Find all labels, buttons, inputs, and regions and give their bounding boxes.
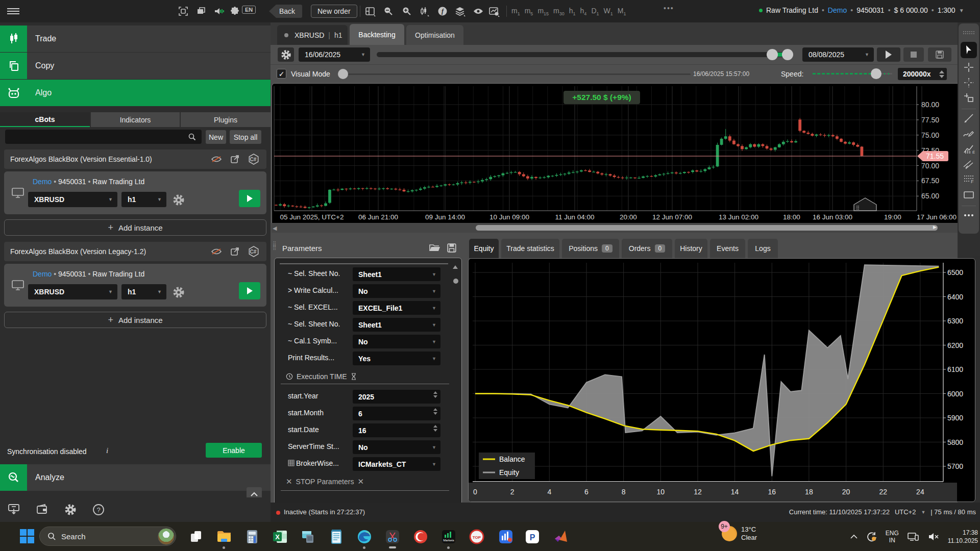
param-stepper[interactable]: 16 bbox=[353, 423, 440, 437]
tab-history[interactable]: History bbox=[675, 239, 707, 258]
start-cbot-button[interactable] bbox=[239, 282, 260, 299]
tab-optimisation[interactable]: Optimisation bbox=[406, 25, 463, 45]
timeframe-M1[interactable]: M1 bbox=[618, 7, 626, 16]
timeframe-h1[interactable]: h1 bbox=[569, 7, 576, 16]
tray-expand-icon[interactable] bbox=[850, 534, 858, 539]
tab-backtesting[interactable]: Backtesting bbox=[350, 24, 404, 45]
param-select[interactable]: No▼ bbox=[353, 440, 440, 454]
indicator-tool-icon[interactable]: É bbox=[962, 143, 976, 155]
cbot-search-input[interactable] bbox=[5, 130, 202, 144]
start-cbot-button[interactable] bbox=[239, 190, 260, 207]
date-to-select[interactable]: 08/08/2025▼ bbox=[802, 47, 874, 62]
chart-scrollbar[interactable]: ◀ ▶ bbox=[272, 223, 958, 233]
tab-positions[interactable]: Positions0 bbox=[562, 239, 619, 258]
timeframe-h4[interactable]: h4 bbox=[580, 7, 587, 16]
param-select[interactable]: Sheet1▼ bbox=[353, 267, 440, 281]
deposit-icon[interactable] bbox=[7, 503, 20, 516]
visual-progress-handle[interactable] bbox=[338, 69, 348, 79]
param-stepper[interactable]: 2025 bbox=[353, 390, 440, 404]
backtest-range-slider[interactable] bbox=[377, 52, 790, 57]
sidebar-item-algo[interactable]: Algo bbox=[0, 80, 271, 106]
symbol-select[interactable]: XBRUSD▼ bbox=[28, 192, 117, 207]
volume-muted-icon[interactable] bbox=[927, 531, 940, 542]
play-backtest-button[interactable] bbox=[877, 47, 900, 62]
crosshair-dash-tool-icon[interactable] bbox=[962, 77, 976, 89]
copy-app-icon[interactable] bbox=[188, 529, 204, 545]
timeframe-W1[interactable]: W1 bbox=[604, 7, 613, 16]
start-button[interactable] bbox=[19, 529, 35, 544]
timeframe-D1[interactable]: D1 bbox=[591, 7, 599, 16]
visual-progress-slider[interactable] bbox=[342, 73, 691, 75]
cbot-header[interactable]: ForexAlgos BlackBox (Version Legacy-1.2)… bbox=[4, 242, 266, 261]
sound-icon[interactable] bbox=[213, 6, 226, 17]
more-timeframes-icon[interactable]: ••• bbox=[664, 4, 674, 12]
matlab-icon[interactable] bbox=[553, 529, 569, 545]
timeframe-select[interactable]: h1▼ bbox=[121, 192, 166, 207]
new-order-button[interactable]: New order bbox=[311, 5, 357, 18]
crosshair-tool-icon[interactable] bbox=[962, 61, 976, 73]
visibility-icon[interactable] bbox=[473, 6, 485, 17]
notepad-icon[interactable] bbox=[328, 529, 345, 545]
fullscreen-icon[interactable] bbox=[178, 6, 189, 17]
tab-chart-xbrusd[interactable]: XBRUSD|h1 bbox=[277, 25, 348, 45]
calculator-icon[interactable] bbox=[244, 529, 260, 545]
file-explorer-icon[interactable] bbox=[216, 529, 232, 545]
timeframe-select[interactable]: h1▼ bbox=[121, 284, 166, 299]
chart-settings-icon[interactable] bbox=[488, 6, 501, 17]
icmarkets-icon[interactable]: Markets bbox=[440, 529, 457, 545]
timeframe-m5[interactable]: m5 bbox=[525, 7, 533, 16]
topfx-icon[interactable]: TOP bbox=[469, 529, 485, 545]
save-backtest-button[interactable] bbox=[928, 47, 951, 62]
speed-stepper[interactable] bbox=[937, 68, 946, 80]
add-instance-button[interactable]: +Add instance bbox=[4, 219, 266, 236]
panel-grip[interactable]: ⣿⣿ bbox=[273, 242, 277, 249]
functions-icon[interactable]: f bbox=[437, 6, 448, 17]
remote-app-icon[interactable] bbox=[300, 529, 316, 545]
cursor-tool-icon[interactable] bbox=[961, 42, 977, 58]
new-cbot-button[interactable]: New bbox=[206, 130, 226, 144]
sidebar-item-analyze[interactable]: Analyze bbox=[0, 464, 271, 491]
plugins-icon[interactable] bbox=[230, 6, 240, 16]
equity-chart[interactable]: 6500640063006200610060005900580057000246… bbox=[468, 258, 975, 502]
network-tray-icon[interactable] bbox=[907, 531, 919, 542]
param-select[interactable]: Yes▼ bbox=[353, 352, 440, 365]
share-icon[interactable] bbox=[230, 154, 241, 164]
tray-clock[interactable]: 17:3811.10.2025 bbox=[948, 529, 978, 545]
tab-orders[interactable]: Orders0 bbox=[622, 239, 672, 258]
settings-icon[interactable] bbox=[64, 504, 77, 516]
date-from-select[interactable]: 16/06/2025▼ bbox=[299, 47, 370, 62]
tab-cbots[interactable]: cBots bbox=[0, 112, 90, 127]
param-select[interactable]: EXCEL_File1▼ bbox=[353, 301, 440, 315]
save-parameters-icon[interactable] bbox=[447, 243, 457, 253]
ctrader-icon[interactable] bbox=[412, 529, 429, 545]
layers-icon[interactable] bbox=[454, 6, 467, 17]
tab-plugins[interactable]: Plugins bbox=[181, 112, 271, 127]
trendline-tool-icon[interactable] bbox=[962, 112, 976, 124]
paypal-icon[interactable]: P bbox=[524, 529, 541, 545]
sync-tray-icon[interactable] bbox=[866, 531, 877, 542]
back-button[interactable]: Back bbox=[269, 5, 302, 18]
sidebar-item-copy[interactable]: Copy bbox=[0, 53, 271, 79]
trading-app-icon[interactable] bbox=[498, 529, 514, 545]
sidebar-item-trade[interactable]: Trade bbox=[0, 26, 271, 52]
multi-trend-tool-icon[interactable] bbox=[962, 158, 976, 170]
tab-indicators[interactable]: Indicators bbox=[91, 112, 180, 127]
share-icon[interactable] bbox=[230, 246, 241, 257]
freehand-tool-icon[interactable] bbox=[962, 128, 976, 140]
chart-layout-icon[interactable] bbox=[364, 6, 377, 17]
grip-icon[interactable] bbox=[962, 27, 976, 39]
parameters-scrollbar[interactable] bbox=[453, 265, 459, 515]
chart-type-icon[interactable] bbox=[419, 6, 431, 17]
gear-icon[interactable] bbox=[173, 286, 185, 298]
stop-backtest-button[interactable] bbox=[903, 47, 924, 62]
param-stepper[interactable]: 6 bbox=[353, 407, 440, 420]
info-icon[interactable]: i bbox=[106, 446, 108, 455]
tab-trade-statistics[interactable]: Trade statistics bbox=[501, 239, 559, 258]
hide-icon[interactable] bbox=[210, 154, 223, 164]
candlestick-chart[interactable]: 80.0077.5075.0072.5070.0067.5065.0071.55… bbox=[272, 83, 958, 223]
rectangle-tool-icon[interactable] bbox=[962, 189, 976, 201]
chart-scroll-thumb[interactable]: ▶ bbox=[476, 225, 938, 231]
language-indicator[interactable]: ENGIN bbox=[886, 530, 899, 544]
timezone[interactable]: UTC+2 bbox=[895, 508, 916, 516]
scroll-left-icon[interactable]: ◀ bbox=[273, 225, 277, 232]
